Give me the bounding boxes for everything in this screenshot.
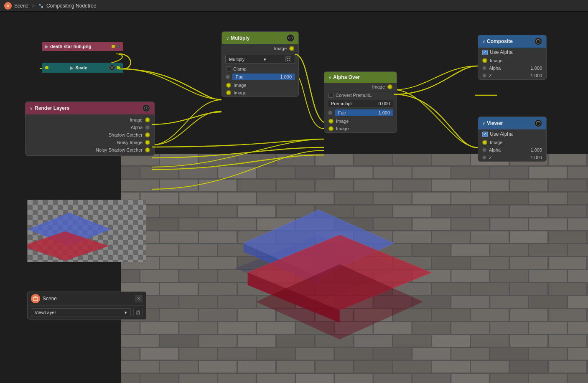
- scene-row: Scene ×: [28, 292, 146, 306]
- output-noisy-image-socket: [145, 140, 150, 145]
- scale-node[interactable]: ▶ Scale: [42, 63, 123, 73]
- premultipli-row: Premultipli 0.000: [324, 99, 397, 108]
- multiply-dropdown-row: Multiply ▾: [222, 53, 298, 66]
- output-shadow-socket: [145, 132, 150, 137]
- scene-close-button[interactable]: ×: [135, 295, 143, 302]
- nodetree-icon: [38, 3, 44, 9]
- composite-z-socket: [482, 74, 486, 78]
- scene-label[interactable]: Scene: [14, 3, 28, 9]
- svg-rect-9: [287, 60, 288, 61]
- composite-alpha-value: 1.000: [530, 66, 542, 71]
- scale-input-socket: [45, 66, 48, 69]
- output-noisy-shadow-label: Noisy Shadow Catcher: [96, 147, 143, 152]
- arrow-icon: ▶: [45, 44, 48, 49]
- convert-checkbox[interactable]: [328, 93, 333, 98]
- svg-rect-2: [39, 4, 41, 5]
- node-editor[interactable]: ▶ death star hull.png ▶ Scale ∨ Render L…: [0, 12, 588, 383]
- composite-icon: [535, 38, 542, 45]
- breadcrumb-sep: >: [32, 3, 35, 9]
- viewer-image-row: Image: [478, 139, 546, 146]
- multiply-image1-socket: [226, 83, 231, 88]
- viewer-alpha-socket: [482, 148, 486, 152]
- multiply-node[interactable]: ∨ Multiply Image Multiply ▾ Clam: [221, 31, 299, 97]
- viewlayer-dropdown[interactable]: ViewLayer ▾: [31, 308, 131, 317]
- viewlayer-row: ViewLayer ▾: [28, 306, 146, 319]
- multiply-image2-socket: [226, 90, 231, 95]
- alpha-over-node[interactable]: ∨ Alpha Over Image Convert Premulti... P…: [324, 71, 397, 133]
- composite-image-socket: [482, 58, 487, 63]
- viewer-use-alpha-checkbox[interactable]: ✓: [482, 132, 488, 137]
- output-alpha-socket: [145, 125, 150, 130]
- alpha-image1-row: Image: [324, 117, 397, 125]
- premultipli-field[interactable]: Premultipli 0.000: [328, 100, 393, 107]
- composite-z-value: 1.000: [530, 73, 542, 78]
- image-node-title: death star hull.png: [50, 44, 91, 49]
- output-noisy-shadow-row: Noisy Shadow Catcher: [25, 146, 154, 154]
- output-shadow-catcher-row: Shadow Catcher: [25, 131, 154, 139]
- viewer-image-label: Image: [490, 140, 503, 145]
- viewer-use-alpha-label: Use Alpha: [490, 131, 513, 137]
- multiply-image1-row: Image: [222, 81, 298, 89]
- composite-image-row: Image: [478, 57, 546, 64]
- composite-header: ∨ Composite: [478, 35, 546, 48]
- viewer-image-socket: [482, 140, 487, 145]
- blender-icon: [4, 2, 12, 10]
- svg-rect-8: [289, 58, 290, 59]
- viewer-use-alpha-row: ✓ Use Alpha: [478, 129, 546, 139]
- alpha-fac-field[interactable]: Fac 1.000: [335, 109, 393, 116]
- preview-thumbnail: [27, 200, 146, 262]
- multiply-fac-row: Fac 1.000: [222, 72, 298, 81]
- svg-point-1: [7, 5, 9, 7]
- viewer-alpha-value: 1.000: [530, 147, 542, 152]
- alpha-over-title: Alpha Over: [333, 74, 360, 80]
- clamp-row: Clamp: [222, 66, 298, 72]
- alpha-fac-label: Fac: [338, 110, 346, 115]
- output-noisy-shadow-socket: [145, 147, 150, 152]
- viewer-z-value: 1.000: [530, 155, 542, 160]
- viewer-icon: [535, 119, 542, 127]
- svg-rect-3: [41, 6, 43, 8]
- viewer-header: ∨ Viewer: [478, 117, 546, 129]
- output-image-socket: [145, 117, 150, 122]
- clamp-checkbox[interactable]: [226, 66, 231, 71]
- premultipli-label: Premultipli: [331, 101, 352, 106]
- output-alpha-row: Alpha: [25, 124, 154, 131]
- alpha-over-header: ∨ Alpha Over: [324, 72, 397, 83]
- composite-use-alpha-checkbox[interactable]: ✓: [482, 50, 488, 55]
- multiply-fac-socket: [225, 74, 230, 79]
- output-shadow-catcher-label: Shadow Catcher: [109, 132, 143, 137]
- output-noisy-image-row: Noisy Image: [25, 139, 154, 146]
- output-noisy-image-label: Noisy Image: [117, 140, 143, 145]
- viewer-z-socket: [482, 155, 486, 160]
- render-layers-outputs: Image Alpha Shadow Catcher Noisy Image N…: [25, 114, 154, 155]
- composite-use-alpha-label: Use Alpha: [490, 49, 513, 55]
- scene-controls: Scene × ViewLayer ▾: [27, 292, 146, 320]
- viewlayer-copy-button[interactable]: [133, 308, 143, 317]
- composite-z-row: Z 1.000: [478, 72, 546, 79]
- multiply-fac-field[interactable]: Fac 1.000: [232, 74, 295, 80]
- preview-canvas: [121, 154, 588, 383]
- multiply-output-row: Image: [222, 44, 298, 53]
- multiply-header: ∨ Multiply: [222, 32, 298, 44]
- composite-node[interactable]: ∨ Composite ✓ Use Alpha Image Alpha 1.00…: [478, 35, 547, 80]
- clamp-label: Clamp: [233, 66, 247, 71]
- alpha-over-output-row: Image: [324, 83, 397, 91]
- viewer-node[interactable]: ∨ Viewer ✓ Use Alpha Image Alpha 1.000: [478, 117, 547, 162]
- alpha-fac-row: Fac 1.000: [324, 108, 397, 117]
- scale-output-socket: [117, 66, 120, 69]
- multiply-dropdown[interactable]: Multiply ▾: [225, 55, 295, 64]
- composite-alpha-row: Alpha 1.000: [478, 64, 546, 72]
- composite-alpha-socket: [482, 66, 486, 70]
- multiply-dropdown-value: Multiply: [229, 57, 244, 62]
- render-layers-node[interactable]: ∨ Render Layers Image Alpha Shadow Catch…: [25, 101, 155, 156]
- multiply-grid-icon[interactable]: [285, 56, 291, 62]
- premultipli-value: 0.000: [378, 101, 390, 106]
- image-output-socket: [112, 45, 115, 48]
- viewer-z-label: Z: [489, 155, 492, 160]
- render-layers-header: ∨ Render Layers: [25, 102, 154, 114]
- output-image-row: Image: [25, 116, 154, 124]
- image-node[interactable]: ▶ death star hull.png: [42, 42, 123, 51]
- svg-line-4: [41, 5, 41, 7]
- viewer-alpha-row: Alpha 1.000: [478, 146, 546, 154]
- multiply-image2-row: Image: [222, 89, 298, 96]
